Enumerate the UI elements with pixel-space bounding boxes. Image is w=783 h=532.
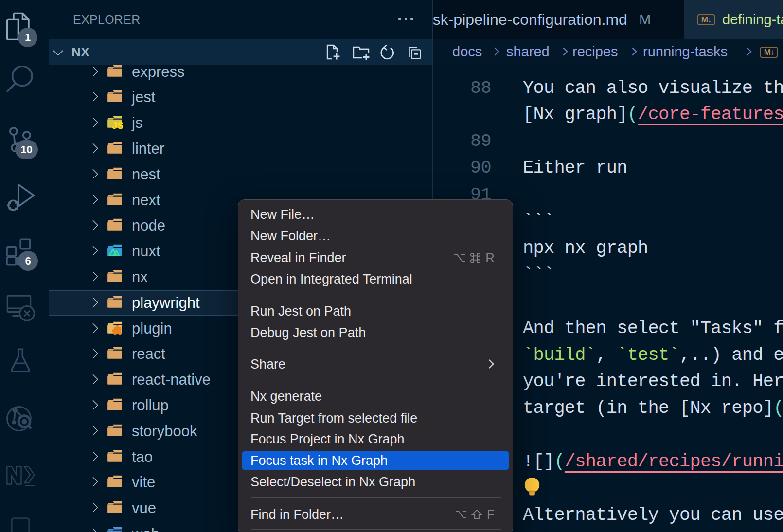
svg-text:JS: JS	[112, 120, 123, 129]
